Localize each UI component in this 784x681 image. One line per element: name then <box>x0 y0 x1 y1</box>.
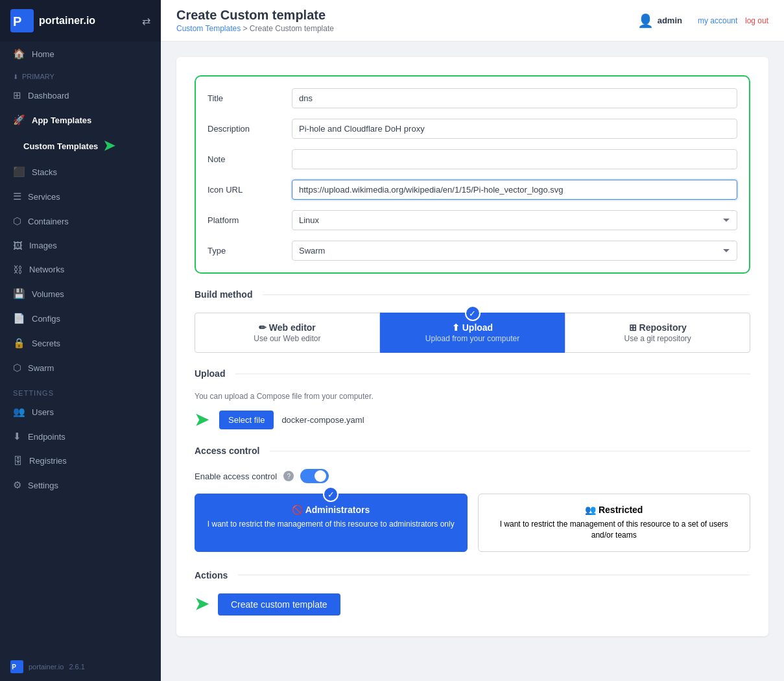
create-custom-template-button[interactable]: Create custom template <box>218 593 340 615</box>
top-header: Create Custom template Custom Templates … <box>161 0 784 42</box>
restricted-users-icon: 👥 <box>585 505 599 515</box>
web-editor-icon: ✏ <box>259 322 269 333</box>
sidebar: P portainer.io ⇄ 🏠 Home PRIMARY ⊞ Dashbo… <box>0 0 161 681</box>
images-icon: 🖼 <box>13 240 23 251</box>
upload-icon: ⬆ <box>452 322 462 333</box>
repository-title: ⊞ Repository <box>572 322 743 333</box>
containers-label: Containers <box>28 217 69 226</box>
actions-label: Actions <box>195 570 228 580</box>
sidebar-item-registries[interactable]: 🗄 Registries <box>0 449 161 473</box>
sidebar-item-users[interactable]: 👥 Users <box>0 400 161 424</box>
footer-version: 2.6.1 <box>69 663 84 671</box>
sidebar-item-secrets[interactable]: 🔒 Secrets <box>0 331 161 355</box>
breadcrumb-link[interactable]: Custom Templates <box>176 24 241 33</box>
upload-description: You can upload a Compose file from your … <box>195 392 750 401</box>
admin-user: 👤 admin <box>637 13 682 29</box>
platform-select[interactable]: Linux Windows <box>292 210 737 230</box>
create-arrow-icon: ➤ <box>195 594 209 614</box>
users-icon: 👥 <box>13 406 25 418</box>
description-label: Description <box>208 119 292 134</box>
type-label: Type <box>208 241 292 256</box>
title-input[interactable] <box>292 88 737 108</box>
access-control-toggle[interactable] <box>300 469 329 483</box>
sidebar-item-networks[interactable]: ⛓ Networks <box>0 257 161 281</box>
sidebar-item-custom-templates[interactable]: Custom Templates ➤ <box>0 132 161 160</box>
icon-url-input[interactable] <box>292 180 737 200</box>
type-row: Type Swarm Compose <box>208 241 737 261</box>
stacks-label: Stacks <box>32 167 57 177</box>
sidebar-item-volumes[interactable]: 💾 Volumes <box>0 281 161 306</box>
repository-icon: ⊞ <box>629 322 639 333</box>
sidebar-item-home[interactable]: 🏠 Home <box>0 42 161 66</box>
title-row: Title <box>208 88 737 108</box>
my-account-link[interactable]: my account <box>698 16 737 25</box>
form-highlight-section: Title Description Note Icon URL <box>195 75 750 274</box>
access-control-section: Access control Enable access control ? ✓ <box>195 446 750 552</box>
endpoints-label: Endpoints <box>28 432 65 442</box>
upload-check-badge: ✓ <box>465 305 481 321</box>
access-divider-line <box>270 451 750 451</box>
admin-links: my account log out <box>693 16 768 25</box>
create-action-row: ➤ Create custom template <box>195 593 750 615</box>
web-editor-button[interactable]: ✏ Web editor Use our Web editor <box>195 313 380 353</box>
upload-arrow-icon: ➤ <box>195 410 209 430</box>
administrators-option[interactable]: ✓ 🚫 Administrators I want to restrict th… <box>195 494 468 552</box>
networks-label: Networks <box>29 265 64 274</box>
sidebar-footer: P portainer.io 2.6.1 <box>0 652 161 681</box>
networks-icon: ⛓ <box>13 264 23 275</box>
admin-shield-icon: 🚫 <box>292 505 305 515</box>
sidebar-item-configs[interactable]: 📄 Configs <box>0 306 161 331</box>
access-options: ✓ 🚫 Administrators I want to restrict th… <box>195 494 750 552</box>
upload-button[interactable]: ✓ ⬆ Upload Upload from your computer <box>380 313 565 353</box>
restricted-title: 👥 Restricted <box>489 505 740 515</box>
sidebar-item-images[interactable]: 🖼 Images <box>0 233 161 257</box>
upload-divider: Upload <box>195 368 750 379</box>
help-icon[interactable]: ? <box>283 471 294 481</box>
logo-area: P portainer.io ⇄ <box>0 0 161 42</box>
sidebar-item-services[interactable]: ☰ Services <box>0 184 161 209</box>
admin-check-badge: ✓ <box>323 486 339 502</box>
repository-sub: Use a git repository <box>572 334 743 343</box>
volumes-icon: 💾 <box>13 288 25 300</box>
sidebar-item-settings[interactable]: ⚙ Settings <box>0 473 161 497</box>
access-control-divider: Access control <box>195 446 750 456</box>
portainer-logo-icon: P <box>10 9 34 32</box>
svg-text:P: P <box>13 14 21 29</box>
upload-sub: Upload from your computer <box>387 334 558 343</box>
sidebar-item-app-templates[interactable]: 🚀 App Templates <box>0 108 161 132</box>
file-name-display: docker-compose.yaml <box>281 415 364 425</box>
sidebar-item-dashboard[interactable]: ⊞ Dashboard <box>0 83 161 108</box>
footer-logo-icon: P <box>10 660 23 673</box>
custom-templates-arrow-icon: ➤ <box>103 137 115 154</box>
enable-access-row: Enable access control ? <box>195 469 750 483</box>
logo-text: portainer.io <box>39 15 95 27</box>
home-label: Home <box>32 49 54 59</box>
icon-url-row: Icon URL <box>208 180 737 200</box>
sidebar-item-stacks[interactable]: ⬛ Stacks <box>0 160 161 184</box>
breadcrumb-current: Create Custom template <box>250 24 334 33</box>
configs-label: Configs <box>32 314 60 324</box>
home-icon: 🏠 <box>13 48 25 60</box>
log-out-link[interactable]: log out <box>745 16 768 25</box>
description-input[interactable] <box>292 119 737 139</box>
nav-arrows-icon[interactable]: ⇄ <box>142 15 150 27</box>
page-title-area: Create Custom template Custom Templates … <box>176 8 334 33</box>
sidebar-item-swarm[interactable]: ⬡ Swarm <box>0 355 161 380</box>
icon-url-label: Icon URL <box>208 180 292 195</box>
upload-section-label: Upload <box>195 368 225 379</box>
administrators-desc: I want to restrict the management of thi… <box>206 519 457 530</box>
restricted-option[interactable]: 👥 Restricted I want to restrict the mana… <box>478 494 751 552</box>
select-file-button[interactable]: Select file <box>219 411 274 429</box>
breadcrumb-separator: > <box>243 24 248 33</box>
swarm-icon: ⬡ <box>13 362 21 374</box>
sidebar-item-containers[interactable]: ⬡ Containers <box>0 209 161 233</box>
title-label: Title <box>208 88 292 103</box>
upload-divider-line <box>235 374 750 374</box>
actions-divider: Actions <box>195 570 750 580</box>
build-method-label: Build method <box>195 289 252 300</box>
note-input[interactable] <box>292 149 737 169</box>
breadcrumb: Custom Templates > Create Custom templat… <box>176 24 334 33</box>
repository-button[interactable]: ⊞ Repository Use a git repository <box>565 313 750 353</box>
type-select[interactable]: Swarm Compose <box>292 241 737 261</box>
sidebar-item-endpoints[interactable]: ⬇ Endpoints <box>0 424 161 449</box>
